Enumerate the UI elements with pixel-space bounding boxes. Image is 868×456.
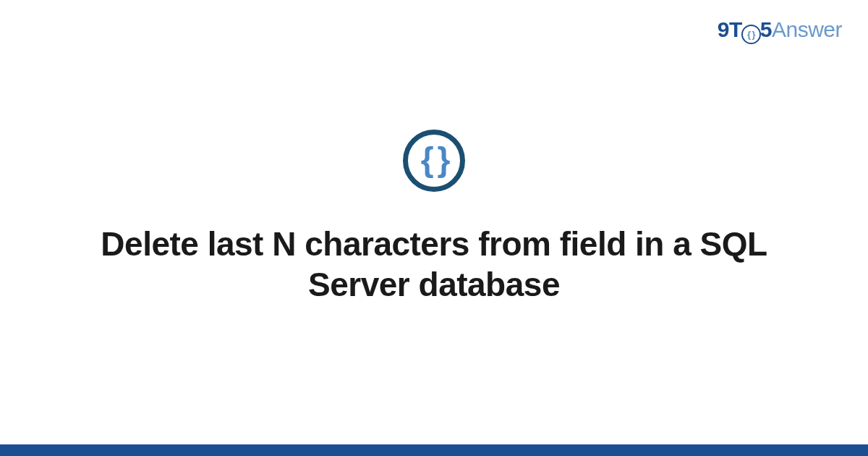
category-badge: { } (403, 130, 465, 192)
footer-accent-bar (0, 444, 868, 456)
code-braces-icon: { } (421, 143, 448, 176)
question-title: Delete last N characters from field in a… (87, 224, 781, 305)
main-content: { } Delete last N characters from field … (0, 0, 868, 456)
